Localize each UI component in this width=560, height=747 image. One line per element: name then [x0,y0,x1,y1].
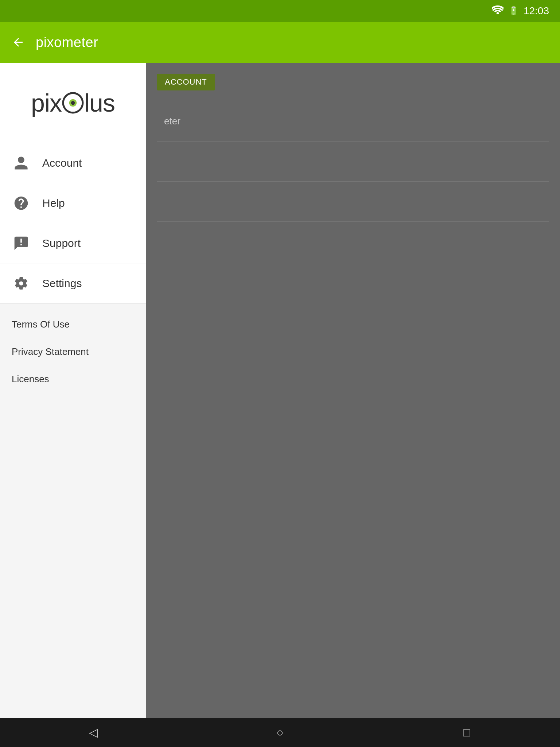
status-icons: 🔋 12:03 [492,5,549,17]
sidebar-item-support[interactable]: Support [0,223,146,263]
support-label: Support [42,237,81,249]
nav-recent-icon: □ [463,726,470,739]
main-content-area: ACCOUNT eter [146,63,560,718]
main-container: pix lus Account [0,63,560,718]
support-icon [12,234,31,253]
text-links-section: Terms Of Use Privacy Statement Licenses [0,303,146,400]
pixolus-logo: pix lus [31,89,115,117]
sidebar-item-help[interactable]: Help [0,183,146,223]
account-label: Account [42,157,82,169]
logo-text-part1: pix [31,89,62,117]
settings-label: Settings [42,277,82,290]
nav-recent-button[interactable]: □ [452,721,481,743]
nav-home-icon: ○ [276,726,283,739]
back-button[interactable] [12,36,25,49]
status-bar: 🔋 12:03 [0,0,560,22]
nav-home-button[interactable]: ○ [265,721,295,743]
person-icon [12,154,31,173]
sidebar-item-account[interactable]: Account [0,143,146,183]
settings-icon [12,274,31,293]
nav-back-button[interactable]: ◁ [79,721,108,743]
licenses-link[interactable]: Licenses [12,365,134,393]
account-badge: ACCOUNT [157,74,215,90]
nav-back-icon: ◁ [89,725,98,739]
bottom-navigation: ◁ ○ □ [0,718,560,747]
help-label: Help [42,197,65,209]
wifi-icon [492,5,503,17]
sidebar: pix lus Account [0,63,146,718]
content-row-1: eter [157,101,549,142]
app-bar: pixometer [0,22,560,63]
logo-area: pix lus [0,63,146,143]
terms-of-use-link[interactable]: Terms Of Use [12,311,134,338]
content-row-3 [157,182,549,222]
status-time: 12:03 [524,5,549,17]
logo-text-part2: lus [84,89,115,117]
sidebar-item-settings[interactable]: Settings [0,263,146,303]
battery-icon: 🔋 [509,6,518,16]
app-title: pixometer [36,35,98,50]
privacy-statement-link[interactable]: Privacy Statement [12,338,134,365]
help-icon [12,194,31,213]
partial-text: eter [164,116,180,127]
svg-point-2 [71,101,75,105]
content-row-2 [157,142,549,182]
logo-icon [62,92,84,114]
